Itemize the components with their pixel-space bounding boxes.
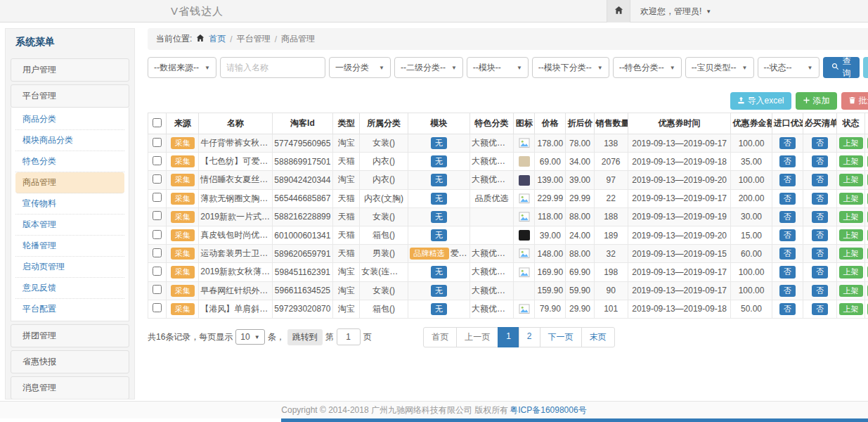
status-badge[interactable]: 上架 — [839, 285, 863, 297]
module-badge: 无 — [431, 229, 447, 241]
pagination-button-上一页[interactable]: 上一页 — [456, 327, 498, 347]
sidebar-item-商品管理[interactable]: 商品管理 — [15, 172, 124, 193]
import-select-badge[interactable]: 否 — [779, 285, 796, 297]
table-row: 采集牛仔背带裤女秋装减龄...577479560965淘宝女装()无大额优惠券1… — [148, 134, 868, 153]
ops-cell — [865, 189, 868, 207]
row-checkbox[interactable] — [153, 174, 162, 184]
must-buy-badge[interactable]: 否 — [812, 248, 828, 260]
pagination-button-下一页[interactable]: 下一页 — [540, 327, 582, 347]
sidebar-item-轮播管理[interactable]: 轮播管理 — [15, 236, 124, 257]
price: 69.00 — [535, 153, 566, 171]
sidebar-item-平台配置[interactable]: 平台配置 — [15, 299, 124, 319]
must-buy-badge[interactable]: 否 — [812, 155, 828, 167]
import-select-badge[interactable]: 否 — [779, 137, 796, 149]
sidebar-section-用户管理[interactable]: 用户管理 — [11, 58, 129, 82]
sidebar-item-商品分类[interactable]: 商品分类 — [15, 109, 124, 130]
trash-icon — [848, 96, 856, 106]
pagination-button-2[interactable]: 2 — [519, 327, 540, 347]
column-header: 类型 — [333, 113, 360, 134]
chevron-down-icon: ▼ — [706, 8, 711, 15]
filter-select[interactable]: --特色分类--▼ — [613, 57, 682, 78]
import-select-badge[interactable]: 否 — [779, 303, 796, 315]
sidebar-item-意见反馈[interactable]: 意见反馈 — [15, 278, 124, 299]
filter-select-value: --模块-- — [473, 62, 501, 74]
breadcrumb-home-link[interactable]: 首页 — [209, 33, 226, 45]
pagination-button-1[interactable]: 1 — [498, 327, 519, 347]
batch-delete-button[interactable]: 批量删除 — [841, 92, 868, 110]
sidebar-section-消息管理[interactable]: 消息管理 — [11, 376, 129, 399]
icp-link[interactable]: 粤ICP备16098006号 — [510, 404, 586, 416]
product-name: 【七色纺】可爱纯棉家... — [199, 153, 272, 171]
sidebar-item-特色分类[interactable]: 特色分类 — [15, 151, 124, 172]
import-select-badge[interactable]: 否 — [779, 229, 796, 241]
status-badge[interactable]: 上架 — [839, 211, 863, 223]
product-type: 天猫 — [333, 226, 360, 244]
import-select-badge[interactable]: 否 — [779, 266, 796, 278]
name-search-input[interactable] — [220, 57, 325, 78]
status-badge[interactable]: 上架 — [839, 155, 863, 167]
must-buy-badge[interactable]: 否 — [812, 303, 828, 315]
ops-cell — [865, 171, 868, 189]
filter-select[interactable]: --数据来源--▼ — [148, 57, 216, 78]
import-excel-button[interactable]: 导入excel — [730, 92, 791, 110]
status-badge[interactable]: 上架 — [839, 137, 863, 149]
query-button[interactable]: 查询 — [823, 57, 860, 78]
row-checkbox[interactable] — [153, 303, 162, 312]
sidebar-section-省惠快报[interactable]: 省惠快报 — [11, 350, 129, 373]
coupon-amount: 100.00 — [731, 171, 772, 189]
row-checkbox[interactable] — [153, 267, 162, 276]
must-buy-badge[interactable]: 否 — [812, 174, 828, 186]
user-menu[interactable]: 欢迎您，管理员! ▼ — [640, 6, 711, 18]
coupon-amount: 200.00 — [731, 189, 772, 207]
import-select-badge[interactable]: 否 — [779, 155, 796, 167]
row-checkbox[interactable] — [153, 285, 162, 294]
plus-icon — [803, 96, 810, 106]
sidebar-item-版本管理[interactable]: 版本管理 — [15, 215, 124, 236]
must-buy-badge[interactable]: 否 — [812, 285, 828, 297]
row-checkbox[interactable] — [153, 230, 162, 239]
row-checkbox[interactable] — [153, 248, 162, 257]
filter-select[interactable]: --宝贝类型--▼ — [685, 57, 754, 78]
status-badge[interactable]: 上架 — [839, 174, 863, 186]
per-page-select[interactable]: 10 ▼ — [235, 329, 264, 345]
import-select-badge[interactable]: 否 — [779, 248, 796, 260]
status-badge[interactable]: 上架 — [839, 193, 863, 205]
row-checkbox[interactable] — [153, 138, 162, 147]
copyright-text: Copyright © 2014-2018 广州九驰网络科技有限公司 版权所有 — [281, 404, 508, 416]
status-badge[interactable]: 上架 — [839, 266, 863, 278]
must-buy-badge[interactable]: 否 — [812, 211, 828, 223]
row-checkbox[interactable] — [153, 156, 162, 165]
jump-button[interactable]: 跳转到 — [287, 329, 323, 345]
sidebar-item-宣传物料[interactable]: 宣传物料 — [15, 193, 124, 215]
select-all-checkbox[interactable] — [153, 118, 162, 127]
import-select-badge[interactable]: 否 — [779, 174, 796, 186]
status-badge[interactable]: 上架 — [839, 303, 863, 315]
filter-select[interactable]: --模块--▼ — [467, 57, 529, 78]
filter-select[interactable]: --状态--▼ — [758, 57, 820, 78]
add-button[interactable]: 添加 — [796, 92, 837, 110]
page-number-input[interactable] — [337, 328, 361, 345]
sidebar-item-模块商品分类[interactable]: 模块商品分类 — [15, 130, 124, 151]
must-buy-badge[interactable]: 否 — [812, 137, 828, 149]
home-button[interactable] — [607, 0, 630, 23]
must-buy-badge[interactable]: 否 — [812, 193, 828, 205]
sidebar-item-启动页管理[interactable]: 启动页管理 — [15, 257, 124, 278]
module-cell: 无 — [408, 207, 469, 226]
filter-select[interactable]: --二级分类--▼ — [394, 57, 463, 78]
filter-select[interactable]: 一级分类▼ — [329, 57, 391, 78]
must-buy-badge[interactable]: 否 — [812, 266, 828, 278]
sidebar-section-拼团管理[interactable]: 拼团管理 — [11, 324, 129, 347]
pagination-button-末页[interactable]: 末页 — [581, 327, 615, 347]
must-buy-badge[interactable]: 否 — [812, 229, 828, 241]
sidebar-section-平台管理[interactable]: 平台管理 — [11, 84, 129, 108]
row-checkbox[interactable] — [153, 211, 162, 220]
reset-button[interactable]: 重置 — [863, 57, 868, 78]
row-checkbox[interactable] — [153, 193, 162, 202]
status-badge[interactable]: 上架 — [839, 229, 863, 241]
filter-select[interactable]: --模块下分类--▼ — [532, 57, 609, 78]
import-select-badge[interactable]: 否 — [779, 193, 796, 205]
module-cell: 无 — [408, 226, 469, 244]
import-select-badge[interactable]: 否 — [779, 211, 796, 223]
status-badge[interactable]: 上架 — [839, 248, 863, 260]
pagination-button-首页[interactable]: 首页 — [423, 327, 457, 347]
